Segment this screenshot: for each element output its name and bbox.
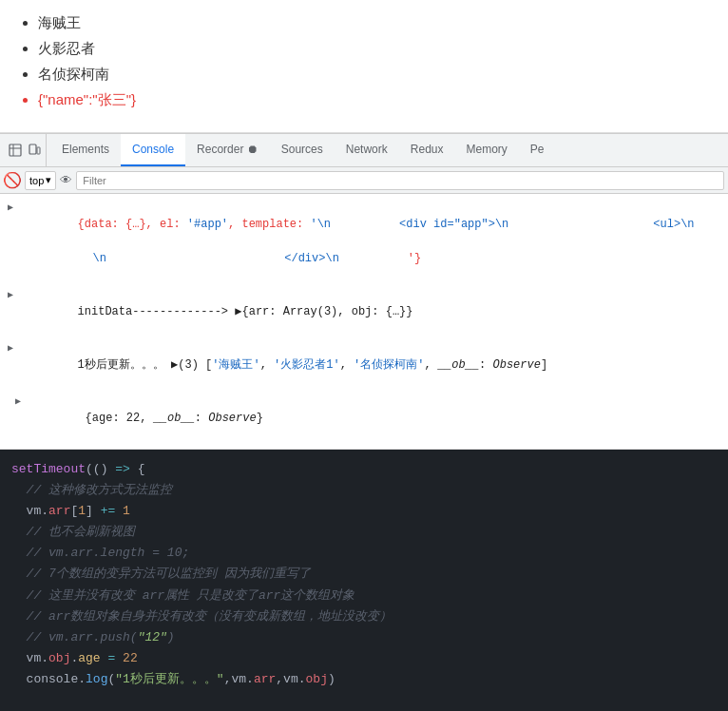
anime-list: 海贼王 火影忍者 名侦探柯南 {"name":"张三"}	[19, 10, 709, 112]
filter-input[interactable]	[76, 171, 724, 190]
clear-console-button[interactable]: 🚫	[4, 172, 21, 189]
tab-elements[interactable]: Elements	[50, 134, 121, 166]
devtools-panel: Elements Console Recorder ⏺ Sources Netw…	[0, 133, 728, 711]
inspect-icon[interactable]	[8, 143, 23, 158]
console-line-3: ▶ 1秒后更新。。。 ▶(3) ['海贼王', '火影忍者1', '名侦探柯南'…	[0, 338, 728, 392]
code-line-2: // 这种修改方式无法监控	[11, 480, 717, 501]
tab-redux[interactable]: Redux	[399, 134, 455, 166]
code-line-11: console.log("1秒后更新。。。",vm.arr,vm.obj)	[11, 669, 717, 690]
list-item: 火影忍者	[38, 35, 709, 61]
devtools-tab-bar: Elements Console Recorder ⏺ Sources Netw…	[0, 134, 728, 167]
list-item: 海贼王	[38, 10, 709, 35]
code-editor: setTimeout(() => { // 这种修改方式无法监控 vm.arr[…	[0, 450, 728, 711]
code-line-10: vm.obj.age = 22	[11, 648, 717, 669]
console-line-1: ▶ {data: {…}, el: '#app', template: '\n …	[0, 198, 728, 285]
top-content-area: 海贼王 火影忍者 名侦探柯南 {"name":"张三"}	[0, 0, 728, 133]
tab-pe[interactable]: Pe	[519, 134, 556, 166]
expand-arrow[interactable]: ▶	[8, 201, 13, 215]
tab-sources[interactable]: Sources	[270, 134, 335, 166]
console-toolbar: 🚫 top ▾ 👁	[0, 167, 728, 194]
expand-arrow-4[interactable]: ▶	[15, 394, 21, 409]
code-line-9: // vm.arr.push("12")	[11, 627, 717, 648]
eye-icon[interactable]: 👁	[60, 173, 72, 187]
console-line-2: ▶ initData-------------> ▶{arr: Array(3)…	[0, 285, 728, 338]
code-line-5: // vm.arr.length = 10;	[11, 543, 717, 564]
device-icon[interactable]	[27, 143, 42, 158]
tab-network[interactable]: Network	[335, 134, 399, 166]
chevron-down-icon: ▾	[46, 174, 51, 186]
expand-arrow-3[interactable]: ▶	[8, 341, 13, 356]
tab-bar-icons	[4, 134, 47, 166]
svg-rect-0	[10, 144, 21, 156]
code-line-6: // 7个数组的变异方法可以监控到 因为我们重写了	[11, 564, 717, 585]
tab-memory[interactable]: Memory	[454, 134, 518, 166]
code-line-7: // 这里并没有改变 arr属性 只是改变了arr这个数组对象	[11, 586, 717, 606]
svg-rect-3	[29, 144, 36, 154]
list-item-json: {"name":"张三"}	[38, 86, 709, 112]
expand-arrow-2[interactable]: ▶	[8, 288, 13, 302]
code-line-3: vm.arr[1] += 1	[11, 501, 717, 522]
console-output: ▶ {data: {…}, el: '#app', template: '\n …	[0, 194, 728, 450]
code-line-1: setTimeout(() => {	[11, 459, 717, 480]
list-item: 名侦探柯南	[38, 61, 709, 86]
tab-recorder[interactable]: Recorder ⏺	[185, 134, 270, 166]
svg-rect-4	[37, 147, 40, 154]
top-label: top	[29, 175, 44, 186]
code-line-4: // 也不会刷新视图	[11, 522, 717, 543]
console-line-4: ▶ {age: 22, __ob__: Observe}	[0, 392, 728, 445]
level-selector[interactable]: top ▾	[25, 171, 56, 190]
code-line-8: // arr数组对象自身并没有改变（没有变成新数组，地址没改变）	[11, 606, 717, 627]
tab-console[interactable]: Console	[121, 134, 185, 166]
